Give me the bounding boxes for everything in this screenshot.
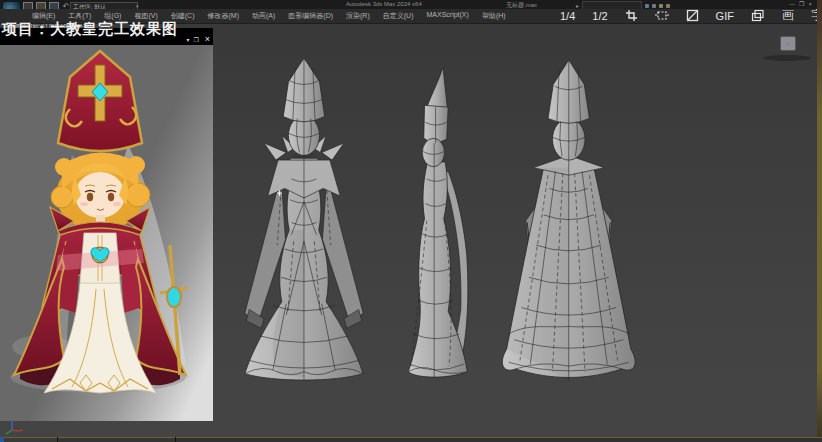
bottom-tick bbox=[175, 437, 176, 442]
crop-icon[interactable] bbox=[625, 9, 638, 22]
cancel-selection-icon[interactable] bbox=[686, 9, 699, 22]
cape-left bbox=[14, 259, 64, 375]
reference-image bbox=[0, 45, 213, 421]
reference-window-buttons[interactable]: ▾❐ bbox=[187, 36, 199, 43]
menu-rendering[interactable]: 渲染(R) bbox=[346, 11, 370, 21]
bottom-tick bbox=[57, 437, 58, 442]
restore-window-icon[interactable]: ❐ bbox=[194, 36, 199, 43]
reference-window-titlebar[interactable]: 项目：大教皇完工效果图 ▾❐ × bbox=[0, 28, 213, 45]
viewcube-shadow bbox=[763, 55, 811, 61]
reference-window-title: 项目：大教皇完工效果图 bbox=[2, 28, 178, 39]
viewport-canvas[interactable] bbox=[213, 24, 818, 437]
model-back-view[interactable] bbox=[502, 60, 635, 381]
menu-animation[interactable]: 动画(A) bbox=[252, 11, 275, 21]
scale-half-button[interactable]: 1/2 bbox=[592, 10, 607, 22]
face bbox=[75, 172, 125, 218]
viewcube-icon[interactable]: ⌂ bbox=[780, 36, 796, 51]
menu-help[interactable]: 帮助(H) bbox=[482, 11, 506, 21]
close-reference-icon[interactable]: × bbox=[205, 34, 210, 44]
right-edge-panel-strip bbox=[817, 0, 822, 442]
world-axis-tripod bbox=[4, 418, 34, 436]
side-hat-spike bbox=[427, 67, 448, 109]
model-front-view[interactable] bbox=[245, 58, 363, 380]
bottom-segment-1 bbox=[4, 438, 57, 442]
copy-layers-icon[interactable] bbox=[751, 9, 765, 22]
side-body bbox=[408, 162, 467, 377]
menu-customize[interactable]: 自定义(U) bbox=[383, 11, 414, 21]
character-concept-art bbox=[0, 45, 213, 421]
menu-graph-editors[interactable]: 图形编辑器(D) bbox=[288, 11, 333, 21]
app-title: Autodesk 3ds Max 2024 x64 bbox=[346, 1, 422, 7]
reference-image-window[interactable]: 项目：大教皇完工效果图 ▾❐ × bbox=[0, 28, 213, 421]
3dsmax-window: Autodesk 3ds Max 2024 x64 无标题.max —❐× ↶ … bbox=[0, 0, 822, 442]
model-side-view[interactable] bbox=[408, 67, 468, 377]
scale-quarter-button[interactable]: 1/4 bbox=[560, 10, 575, 22]
frame-capture-button[interactable]: 画 bbox=[782, 7, 794, 24]
capture-overlay-toolbar: 1/4 1/2 GIF 画 字 bbox=[560, 7, 816, 24]
side-hat bbox=[424, 105, 448, 142]
menu-modifiers[interactable]: 修改器(M) bbox=[207, 11, 239, 21]
window-controls[interactable]: —❐× bbox=[789, 0, 816, 7]
staff-gem bbox=[167, 287, 181, 307]
region-select-icon[interactable] bbox=[655, 9, 669, 22]
collapse-icon[interactable]: ▾ bbox=[187, 36, 190, 43]
gif-export-button[interactable]: GIF bbox=[716, 10, 734, 22]
bottom-segment-2 bbox=[58, 438, 175, 442]
menu-maxscript[interactable]: MAXScript(X) bbox=[426, 11, 468, 21]
